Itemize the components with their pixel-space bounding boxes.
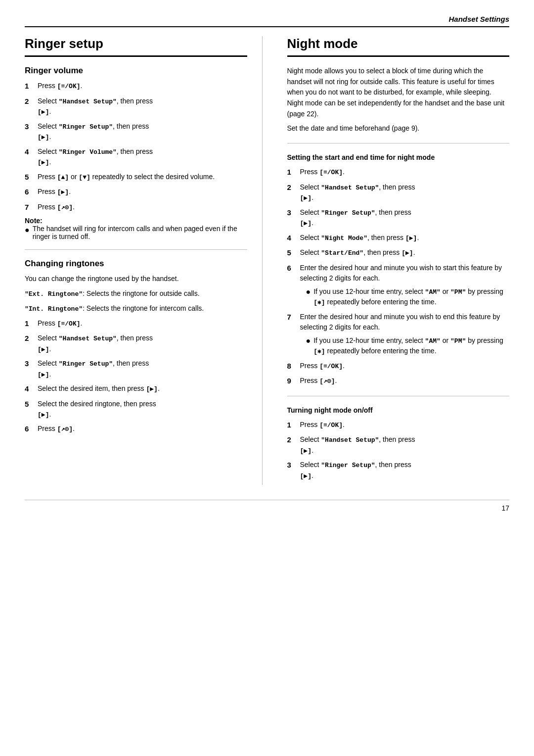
sub-bullet-icon-se7: ● xyxy=(306,335,311,346)
code-ringer-setup-cr3: "Ringer Setup" xyxy=(59,360,113,368)
note-label: Note: xyxy=(25,217,247,225)
step-se-5: 5 Select "Start/End", then press [▶]. xyxy=(287,247,510,259)
sub-bullet-text-se7: If you use 12-hour time entry, select "A… xyxy=(313,335,509,357)
code-off-cr6: [↗⊙] xyxy=(57,425,73,433)
step-cr-2: 2 Select "Handset Setup", then press[▶]. xyxy=(25,333,247,354)
footer: 17 xyxy=(25,500,509,512)
code-handset-setup-1: "Handset Setup" xyxy=(59,98,117,105)
bullet-icon: ● xyxy=(25,225,30,236)
step-rv-5: 5 Press [▲] or [▼] repeatedly to select … xyxy=(25,172,247,183)
code-ok-se1: [≡/OK] xyxy=(319,169,343,176)
step-se-4: 4 Select "Night Mode", then press [▶]. xyxy=(287,233,510,244)
code-pm-se6: "PM" xyxy=(450,288,466,296)
code-ringer-setup-1: "Ringer Setup" xyxy=(59,123,113,131)
page: Handset Settings Ringer setup Ringer vol… xyxy=(0,0,534,756)
code-arrow-se2: [▶] xyxy=(300,194,312,202)
sub-bullet-text-se6: If you use 12-hour time entry, select "A… xyxy=(313,286,509,308)
code-night-mode: "Night Mode" xyxy=(321,235,367,242)
header-title: Handset Settings xyxy=(448,15,509,23)
int-ringtone-desc: "Int. Ringtone": Selects the ringtone fo… xyxy=(25,303,247,314)
code-arrow-cr5: [▶] xyxy=(38,411,49,419)
code-down: [▼] xyxy=(79,174,90,181)
code-am-se7: "AM" xyxy=(425,337,441,345)
ext-ringtone-desc: "Ext. Ringtone": Selects the ringtone fo… xyxy=(25,288,247,299)
code-arrow-se4: [▶] xyxy=(405,235,417,242)
two-col-layout: Ringer setup Ringer volume 1 Press [≡/OK… xyxy=(25,36,509,485)
code-handset-setup-se2: "Handset Setup" xyxy=(321,184,379,191)
code-arrow-4: [▶] xyxy=(57,189,69,196)
sub-bullet-se7: ● If you use 12-hour time entry, select … xyxy=(306,335,510,357)
code-ok-cr1: [≡/OK] xyxy=(57,320,81,328)
code-star-se7: [✱] xyxy=(313,348,325,355)
code-handset-setup-cr2: "Handset Setup" xyxy=(59,335,117,342)
step-rv-3: 3 Select "Ringer Setup", then press[▶]. xyxy=(25,121,247,142)
changing-ringtones-steps: 1 Press [≡/OK]. 2 Select "Handset Setup"… xyxy=(25,318,247,435)
code-ringer-setup-se3: "Ringer Setup" xyxy=(321,209,375,217)
left-column: Ringer setup Ringer volume 1 Press [≡/OK… xyxy=(25,36,263,485)
code-arrow-cr2: [▶] xyxy=(38,346,49,353)
step-cr-1: 1 Press [≡/OK]. xyxy=(25,318,247,330)
code-off-1: [↗⊙] xyxy=(57,204,73,211)
step-rv-1: 1 Press [≡/OK]. xyxy=(25,81,247,92)
step-se-1: 1 Press [≡/OK]. xyxy=(287,167,510,178)
step-cr-6: 6 Press [↗⊙]. xyxy=(25,424,247,435)
night-mode-intro: Night mode allows you to select a block … xyxy=(287,66,510,119)
step-cr-5: 5 Select the desired ringtone, then pres… xyxy=(25,399,247,420)
step-se-9: 9 Press [↗⊙]. xyxy=(287,376,510,387)
night-mode-intro2: Set the date and time beforehand (page 9… xyxy=(287,123,510,134)
ext-ringtone-text: : Selects the ringtone for outside calls… xyxy=(83,289,200,297)
page-number: 17 xyxy=(501,504,509,512)
code-arrow-3: [▶] xyxy=(38,159,49,166)
ringer-volume-title: Ringer volume xyxy=(25,66,247,76)
step-cr-3: 3 Select "Ringer Setup", then press[▶]. xyxy=(25,358,247,379)
code-int-ringtone: "Int. Ringtone" xyxy=(25,305,83,313)
divider-3 xyxy=(287,396,510,396)
code-ringer-setup-to3: "Ringer Setup" xyxy=(321,462,375,469)
code-up: [▲] xyxy=(57,174,69,181)
step-rv-6: 6 Press [▶]. xyxy=(25,187,247,198)
step-se-2: 2 Select "Handset Setup", then press[▶]. xyxy=(287,182,510,203)
code-arrow-to3: [▶] xyxy=(300,472,312,480)
step-to-1: 1 Press [≡/OK]. xyxy=(287,420,510,431)
right-column: Night mode Night mode allows you to sele… xyxy=(282,36,510,485)
sub-bullet-icon-se6: ● xyxy=(306,286,311,297)
code-start-end: "Start/End" xyxy=(321,249,363,257)
int-ringtone-text: : Selects the ringtone for intercom call… xyxy=(83,304,204,312)
code-arrow-1: [▶] xyxy=(38,108,49,116)
code-arrow-cr4: [▶] xyxy=(146,385,157,393)
code-arrow-to2: [▶] xyxy=(300,447,312,455)
code-ok-1: [≡/OK] xyxy=(57,83,81,90)
code-am-se6: "AM" xyxy=(425,288,441,296)
turning-on-off-steps: 1 Press [≡/OK]. 2 Select "Handset Setup"… xyxy=(287,420,510,481)
changing-ringtones-intro: You can change the ringtone used by the … xyxy=(25,274,247,284)
code-off-se9: [↗⊙] xyxy=(319,378,335,385)
note-item-1: ● The handset will ring for intercom cal… xyxy=(25,225,247,240)
sub-bullet-se6: ● If you use 12-hour time entry, select … xyxy=(306,286,510,308)
header: Handset Settings xyxy=(25,15,509,27)
code-arrow-2: [▶] xyxy=(38,134,49,141)
code-ringer-volume: "Ringer Volume" xyxy=(59,148,117,156)
code-arrow-se3: [▶] xyxy=(300,220,312,227)
code-handset-setup-to2: "Handset Setup" xyxy=(321,436,379,444)
code-pm-se7: "PM" xyxy=(450,337,466,345)
step-rv-7: 7 Press [↗⊙]. xyxy=(25,202,247,213)
changing-ringtones-title: Changing ringtones xyxy=(25,259,247,269)
note-block: Note: ● The handset will ring for interc… xyxy=(25,217,247,240)
code-arrow-se5: [▶] xyxy=(401,249,413,257)
start-end-subheading: Setting the start and end time for night… xyxy=(287,152,510,163)
ringer-volume-steps: 1 Press [≡/OK]. 2 Select "Handset Setup"… xyxy=(25,81,247,213)
note-text-1: The handset will ring for intercom calls… xyxy=(33,225,247,240)
code-ok-se8: [≡/OK] xyxy=(319,363,343,370)
left-main-title: Ringer setup xyxy=(25,36,247,57)
code-star-se6: [✱] xyxy=(313,299,325,306)
code-arrow-cr3: [▶] xyxy=(38,371,49,378)
step-to-2: 2 Select "Handset Setup", then press[▶]. xyxy=(287,434,510,456)
code-ext-ringtone: "Ext. Ringtone" xyxy=(25,290,83,298)
step-se-8: 8 Press [≡/OK]. xyxy=(287,361,510,372)
step-se-3: 3 Select "Ringer Setup", then press[▶]. xyxy=(287,207,510,229)
step-to-3: 3 Select "Ringer Setup", then press[▶]. xyxy=(287,460,510,481)
divider-2 xyxy=(287,143,510,143)
turning-on-off-subheading: Turning night mode on/off xyxy=(287,405,510,416)
step-se-7: 7 Enter the desired hour and minute you … xyxy=(287,312,510,357)
start-end-steps: 1 Press [≡/OK]. 2 Select "Handset Setup"… xyxy=(287,167,510,387)
